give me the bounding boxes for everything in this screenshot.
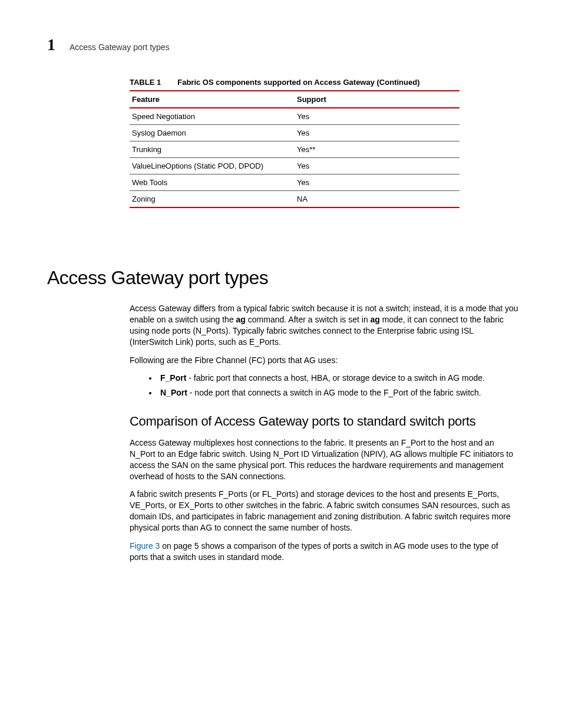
term: N_Port [160, 388, 187, 397]
body-block: Access Gateway differs from a typical fa… [130, 303, 518, 563]
text-run: on page 5 shows a comparison of the type… [130, 541, 498, 562]
text-run: command. After a switch is set in [246, 315, 371, 324]
paragraph: Following are the Fibre Channel (FC) por… [130, 355, 518, 366]
list-item: F_Port - fabric port that connects a hos… [158, 373, 518, 384]
page: 1 Access Gateway port types TABLE 1Fabri… [0, 0, 562, 728]
table-row: Zoning NA [130, 191, 459, 208]
table-row: Trunking Yes** [130, 141, 459, 158]
cell-feature: Web Tools [130, 174, 295, 191]
cell-support: Yes [295, 125, 459, 141]
table-block: TABLE 1Fabric OS components supported on… [130, 78, 459, 208]
cell-feature: Speed Negotiation [130, 108, 295, 125]
section-heading: Access Gateway port types [47, 267, 515, 289]
cell-feature: ValueLineOptions (Static POD, DPOD) [130, 158, 295, 174]
bullet-list: F_Port - fabric port that connects a hos… [130, 373, 518, 398]
cell-feature: Zoning [130, 191, 295, 208]
table-caption-text: Fabric OS components supported on Access… [177, 78, 419, 87]
table-row: Syslog Daemon Yes [130, 125, 459, 141]
cell-support: Yes [295, 158, 459, 174]
chapter-number: 1 [47, 35, 55, 54]
cell-feature: Trunking [130, 141, 295, 158]
cell-support: Yes** [295, 141, 459, 158]
list-item: N_Port - node port that connects a switc… [158, 387, 518, 398]
cross-reference: Figure 3 [130, 541, 160, 551]
paragraph: A fabric switch presents F_Ports (or FL_… [130, 489, 518, 533]
column-header-support: Support [295, 91, 459, 108]
table-row: ValueLineOptions (Static POD, DPOD) Yes [130, 158, 459, 174]
table-label: TABLE 1 [130, 78, 161, 87]
term-desc: - fabric port that connects a host, HBA,… [186, 373, 485, 383]
components-table: Feature Support Speed Negotiation Yes Sy… [130, 90, 459, 208]
table-row: Speed Negotiation Yes [130, 108, 459, 125]
paragraph: Access Gateway differs from a typical fa… [130, 303, 518, 348]
paragraph: Access Gateway multiplexes host connecti… [130, 437, 518, 482]
paragraph: Figure 3 on page 5 shows a comparison of… [130, 541, 518, 563]
term: F_Port [160, 373, 186, 383]
running-header: 1 Access Gateway port types [47, 35, 515, 54]
cell-support: Yes [295, 108, 459, 125]
running-title: Access Gateway port types [70, 42, 170, 52]
cell-feature: Syslog Daemon [130, 125, 295, 141]
cell-support: NA [295, 191, 459, 208]
column-header-feature: Feature [130, 91, 295, 108]
table-caption: TABLE 1Fabric OS components supported on… [130, 78, 459, 87]
subsection-heading: Comparison of Access Gateway ports to st… [130, 413, 518, 430]
command-text: ag [236, 315, 246, 324]
command-text: ag [371, 315, 380, 324]
cell-support: Yes [295, 174, 459, 191]
term-desc: - node port that connects a switch in AG… [187, 388, 481, 397]
table-row: Web Tools Yes [130, 174, 459, 191]
